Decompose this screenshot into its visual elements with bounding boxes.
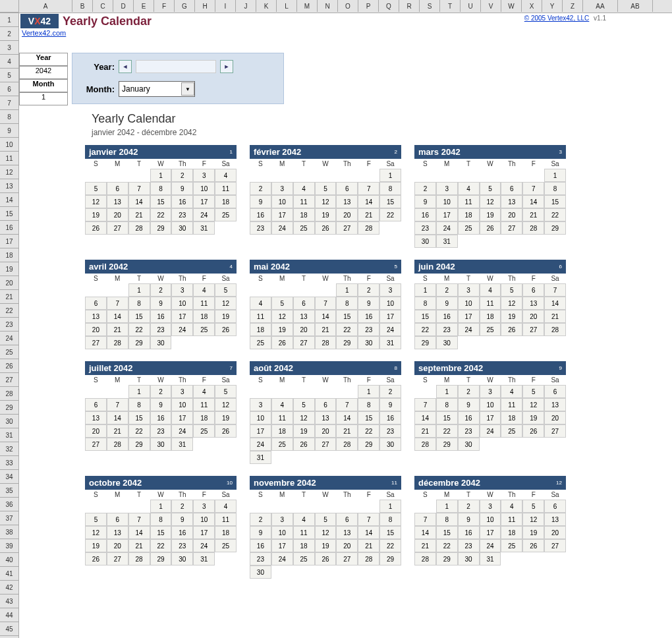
day-cell[interactable]: 13: [85, 411, 107, 424]
day-cell[interactable]: 7: [544, 283, 566, 297]
year-value-cell[interactable]: 2042: [19, 66, 68, 79]
day-cell[interactable]: 30: [171, 552, 193, 566]
day-cell[interactable]: 4: [293, 513, 315, 526]
day-cell[interactable]: 20: [336, 208, 358, 221]
day-cell[interactable]: 30: [436, 336, 458, 349]
day-cell[interactable]: 26: [85, 221, 107, 235]
day-cell[interactable]: 2: [436, 283, 458, 297]
day-cell[interactable]: 18: [293, 208, 315, 221]
day-cell[interactable]: 5: [480, 182, 501, 195]
day-cell[interactable]: 18: [458, 208, 480, 221]
day-cell[interactable]: 9: [250, 526, 271, 539]
day-cell[interactable]: 18: [250, 323, 271, 336]
day-cell[interactable]: 25: [501, 539, 522, 552]
day-cell[interactable]: 26: [501, 323, 522, 336]
day-cell[interactable]: 27: [293, 336, 315, 349]
day-cell[interactable]: 31: [379, 336, 401, 349]
day-cell[interactable]: 24: [480, 424, 501, 438]
day-cell[interactable]: 14: [544, 297, 566, 310]
copyright-link[interactable]: © 2005 Vertex42, LLC: [524, 14, 590, 22]
day-cell[interactable]: 28: [358, 552, 379, 566]
day-cell[interactable]: 7: [336, 398, 358, 411]
day-cell[interactable]: 19: [501, 310, 522, 323]
day-cell[interactable]: 15: [436, 526, 458, 539]
day-cell[interactable]: 20: [336, 539, 358, 552]
day-cell[interactable]: 23: [171, 539, 193, 552]
row-header-27[interactable]: 27: [0, 373, 19, 387]
row-header-6[interactable]: 6: [0, 82, 19, 96]
column-header-U[interactable]: U: [461, 0, 481, 12]
day-cell[interactable]: 27: [107, 552, 128, 566]
day-cell[interactable]: 18: [480, 310, 501, 323]
row-header-17[interactable]: 17: [0, 235, 19, 248]
day-cell[interactable]: 2: [150, 283, 172, 297]
day-cell[interactable]: 20: [501, 208, 522, 221]
row-header-7[interactable]: 7: [0, 96, 19, 110]
day-cell[interactable]: 6: [336, 513, 358, 526]
day-cell[interactable]: 9: [171, 182, 193, 195]
month-select[interactable]: January ▼: [119, 81, 195, 97]
day-cell[interactable]: 23: [250, 552, 271, 566]
day-cell[interactable]: 21: [315, 323, 337, 336]
day-cell[interactable]: 25: [271, 438, 293, 451]
day-cell[interactable]: 12: [501, 297, 522, 310]
day-cell[interactable]: 22: [128, 424, 150, 438]
day-cell[interactable]: 16: [171, 526, 193, 539]
day-cell[interactable]: 28: [414, 552, 436, 566]
row-header-30[interactable]: 30: [0, 415, 19, 428]
day-cell[interactable]: 1: [379, 500, 401, 513]
day-cell[interactable]: 22: [379, 208, 401, 221]
day-cell[interactable]: 8: [150, 182, 172, 195]
row-header-4[interactable]: 4: [0, 55, 19, 69]
day-cell[interactable]: 25: [458, 221, 480, 235]
row-header-24[interactable]: 24: [0, 332, 19, 345]
day-cell[interactable]: 22: [150, 539, 172, 552]
day-cell[interactable]: 1: [150, 500, 172, 513]
day-cell[interactable]: 16: [458, 526, 480, 539]
day-cell[interactable]: 25: [193, 424, 215, 438]
year-next-button[interactable]: ►: [220, 60, 233, 73]
day-cell[interactable]: 5: [293, 398, 315, 411]
day-cell[interactable]: 21: [544, 310, 566, 323]
column-header-K[interactable]: K: [256, 0, 277, 12]
day-cell[interactable]: 2: [250, 182, 271, 195]
day-cell[interactable]: 2: [414, 182, 436, 195]
day-cell[interactable]: 24: [379, 323, 401, 336]
day-cell[interactable]: 3: [379, 283, 401, 297]
row-header-2[interactable]: 2: [0, 27, 19, 41]
site-link[interactable]: Vertex42.com: [22, 29, 66, 37]
row-header-12[interactable]: 12: [0, 165, 19, 179]
day-cell[interactable]: 5: [85, 182, 107, 195]
day-cell[interactable]: 15: [436, 411, 458, 424]
row-header-3[interactable]: 3: [0, 41, 19, 55]
day-cell[interactable]: 1: [544, 169, 566, 182]
day-cell[interactable]: 29: [150, 552, 172, 566]
day-cell[interactable]: 11: [250, 310, 271, 323]
day-cell[interactable]: 15: [414, 310, 436, 323]
day-cell[interactable]: 13: [544, 398, 566, 411]
column-header-S[interactable]: S: [420, 0, 440, 12]
day-cell[interactable]: 7: [358, 182, 379, 195]
day-cell[interactable]: 6: [85, 297, 107, 310]
day-cell[interactable]: 17: [480, 526, 501, 539]
column-header-M[interactable]: M: [297, 0, 318, 12]
day-cell[interactable]: 31: [193, 221, 215, 235]
day-cell[interactable]: 20: [315, 424, 337, 438]
day-cell[interactable]: 10: [480, 398, 501, 411]
day-cell[interactable]: 24: [271, 552, 293, 566]
day-cell[interactable]: 3: [193, 500, 215, 513]
day-cell[interactable]: 25: [501, 424, 522, 438]
day-cell[interactable]: 27: [85, 438, 107, 451]
day-cell[interactable]: 28: [107, 438, 128, 451]
day-cell[interactable]: 11: [271, 411, 293, 424]
day-cell[interactable]: 14: [128, 526, 150, 539]
column-header-L[interactable]: L: [277, 0, 297, 12]
day-cell[interactable]: 6: [522, 283, 544, 297]
row-header-9[interactable]: 9: [0, 124, 19, 138]
day-cell[interactable]: 14: [128, 195, 150, 208]
day-cell[interactable]: 10: [436, 195, 458, 208]
day-cell[interactable]: 6: [544, 385, 566, 398]
day-cell[interactable]: 24: [271, 221, 293, 235]
day-cell[interactable]: 26: [522, 424, 544, 438]
day-cell[interactable]: 28: [107, 336, 128, 349]
